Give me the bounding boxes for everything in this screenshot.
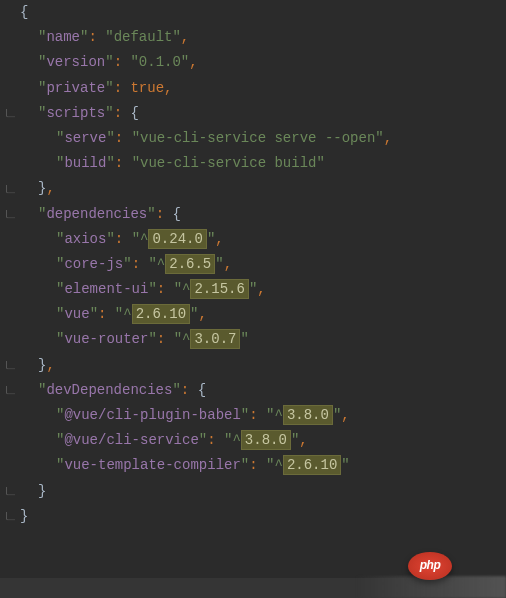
code-line: "devDependencies": { <box>4 378 502 403</box>
fold-marker-icon[interactable] <box>6 512 15 521</box>
json-key: @vue/cli-service <box>64 432 198 448</box>
code-line: "version": "0.1.0", <box>4 50 502 75</box>
code-line: "vue-router": "^3.0.7" <box>4 327 502 352</box>
json-key: axios <box>64 231 106 247</box>
code-line: }, <box>4 176 502 201</box>
code-line: "@vue/cli-plugin-babel": "^3.8.0", <box>4 403 502 428</box>
code-line: "name": "default", <box>4 25 502 50</box>
json-key: scripts <box>46 105 105 121</box>
json-key: vue-template-compiler <box>64 457 240 473</box>
json-key: serve <box>64 130 106 146</box>
json-value: true <box>130 80 164 96</box>
fold-marker-icon[interactable] <box>6 487 15 496</box>
json-value: default <box>114 29 173 45</box>
fold-marker-icon[interactable] <box>6 210 15 219</box>
code-line: "core-js": "^2.6.5", <box>4 252 502 277</box>
highlighted-version: 2.15.6 <box>190 279 248 299</box>
json-value: vue-cli-service build <box>140 155 316 171</box>
code-line: } <box>4 504 502 529</box>
json-key: name <box>46 29 80 45</box>
json-key: dependencies <box>46 206 147 222</box>
code-line: "serve": "vue-cli-service serve --open", <box>4 126 502 151</box>
json-key: build <box>64 155 106 171</box>
code-line: "private": true, <box>4 76 502 101</box>
fold-marker-icon[interactable] <box>6 361 15 370</box>
code-line: { <box>4 0 502 25</box>
json-key: devDependencies <box>46 382 172 398</box>
highlighted-version: 0.24.0 <box>148 229 206 249</box>
code-editor[interactable]: { "name": "default", "version": "0.1.0",… <box>0 0 506 533</box>
json-key: element-ui <box>64 281 148 297</box>
code-line: "build": "vue-cli-service build" <box>4 151 502 176</box>
code-line: "vue": "^2.6.10", <box>4 302 502 327</box>
json-value: vue-cli-service serve --open <box>140 130 375 146</box>
fold-marker-icon[interactable] <box>6 386 15 395</box>
json-key: vue <box>64 306 89 322</box>
json-key: @vue/cli-plugin-babel <box>64 407 240 423</box>
json-key: vue-router <box>64 331 148 347</box>
php-badge: php <box>408 552 452 580</box>
fold-marker-icon[interactable] <box>6 109 15 118</box>
json-value: 0.1.0 <box>139 54 181 70</box>
highlighted-version: 3.8.0 <box>241 430 291 450</box>
fold-marker-icon[interactable] <box>6 184 15 193</box>
json-key: private <box>46 80 105 96</box>
badge-label: php <box>420 555 441 577</box>
code-line: "scripts": { <box>4 101 502 126</box>
code-line: "element-ui": "^2.15.6", <box>4 277 502 302</box>
code-line: }, <box>4 353 502 378</box>
code-line: "vue-template-compiler": "^2.6.10" <box>4 453 502 478</box>
code-line: "axios": "^0.24.0", <box>4 227 502 252</box>
highlighted-version: 3.8.0 <box>283 405 333 425</box>
highlighted-version: 2.6.5 <box>165 254 215 274</box>
code-line: } <box>4 479 502 504</box>
highlighted-version: 2.6.10 <box>132 304 190 324</box>
code-line: "@vue/cli-service": "^3.8.0", <box>4 428 502 453</box>
highlighted-version: 3.0.7 <box>190 329 240 349</box>
code-line: "dependencies": { <box>4 202 502 227</box>
json-key: version <box>46 54 105 70</box>
json-key: core-js <box>64 256 123 272</box>
highlighted-version: 2.6.10 <box>283 455 341 475</box>
